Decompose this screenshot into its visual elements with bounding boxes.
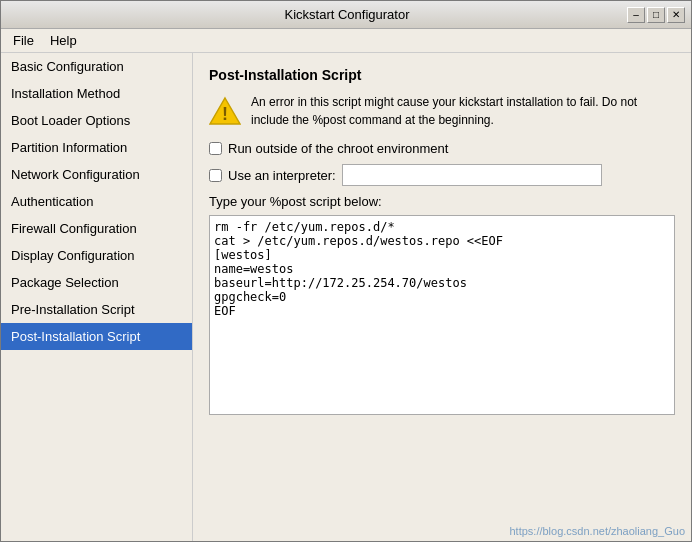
sidebar-item-installation-method[interactable]: Installation Method (1, 80, 192, 107)
main-panel: Post-Installation Script ! An error in t… (193, 53, 691, 541)
window-title: Kickstart Configurator (67, 7, 627, 22)
warning-box: ! An error in this script might cause yo… (209, 93, 675, 129)
script-textarea[interactable] (209, 215, 675, 415)
svg-text:!: ! (222, 104, 228, 124)
file-menu[interactable]: File (5, 31, 42, 50)
sidebar-item-partition-information[interactable]: Partition Information (1, 134, 192, 161)
help-menu[interactable]: Help (42, 31, 85, 50)
window-controls: – □ ✕ (627, 7, 685, 23)
sidebar-item-package-selection[interactable]: Package Selection (1, 269, 192, 296)
minimize-button[interactable]: – (627, 7, 645, 23)
sidebar-item-boot-loader-options[interactable]: Boot Loader Options (1, 107, 192, 134)
interpreter-checkbox[interactable] (209, 169, 222, 182)
sidebar-item-display-configuration[interactable]: Display Configuration (1, 242, 192, 269)
chroot-checkbox[interactable] (209, 142, 222, 155)
interpreter-input[interactable] (342, 164, 602, 186)
chroot-label: Run outside of the chroot environment (228, 141, 448, 156)
warning-text: An error in this script might cause your… (251, 93, 675, 129)
sidebar: Basic ConfigurationInstallation MethodBo… (1, 53, 193, 541)
sidebar-item-pre-installation-script[interactable]: Pre-Installation Script (1, 296, 192, 323)
warning-icon: ! (209, 95, 241, 127)
sidebar-item-network-configuration[interactable]: Network Configuration (1, 161, 192, 188)
close-button[interactable]: ✕ (667, 7, 685, 23)
main-window: Kickstart Configurator – □ ✕ File Help B… (0, 0, 692, 542)
script-label: Type your %post script below: (209, 194, 675, 209)
sidebar-item-basic-configuration[interactable]: Basic Configuration (1, 53, 192, 80)
section-title: Post-Installation Script (209, 67, 675, 83)
sidebar-item-firewall-configuration[interactable]: Firewall Configuration (1, 215, 192, 242)
watermark: https://blog.csdn.net/zhaoliang_Guo (509, 525, 685, 537)
content-area: Basic ConfigurationInstallation MethodBo… (1, 53, 691, 541)
menu-bar: File Help (1, 29, 691, 53)
sidebar-item-authentication[interactable]: Authentication (1, 188, 192, 215)
interpreter-checkbox-row: Use an interpreter: (209, 164, 675, 186)
interpreter-label: Use an interpreter: (228, 168, 336, 183)
title-bar: Kickstart Configurator – □ ✕ (1, 1, 691, 29)
chroot-checkbox-row: Run outside of the chroot environment (209, 141, 675, 156)
maximize-button[interactable]: □ (647, 7, 665, 23)
sidebar-item-post-installation-script[interactable]: Post-Installation Script (1, 323, 192, 350)
